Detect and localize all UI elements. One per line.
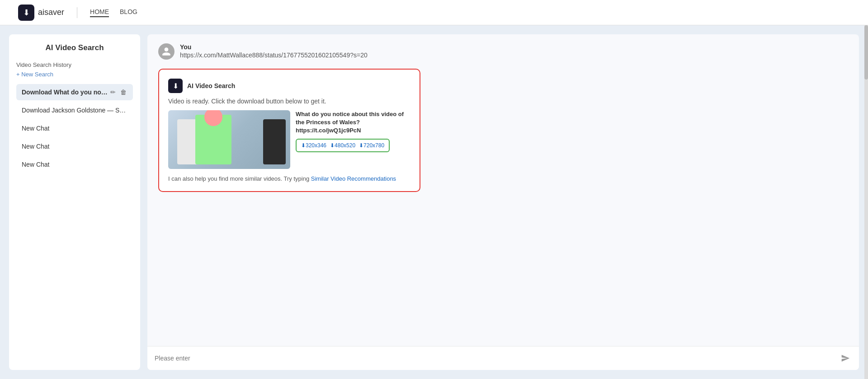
similar-video-link[interactable]: Similar Video Recommendations [311,175,396,182]
video-thumbnail [168,110,290,169]
history-item-1-text: Download What do you notic... [22,89,109,96]
chat-input[interactable] [155,355,835,362]
history-item-2[interactable]: Download Jackson Goldstone — Solo [16,102,133,118]
user-message-url: https://x.com/MattWallace888/status/1767… [180,51,368,59]
logo-link[interactable]: ⬇ aisaver [18,5,64,21]
nav-blog[interactable]: BLOG [120,8,137,17]
ai-logo-icon: ⬇ [168,79,183,93]
history-item-3[interactable]: New Chat [16,120,133,136]
download-480[interactable]: ⬇480x520 [330,142,355,149]
nav-home[interactable]: HOME [90,8,109,17]
user-avatar [158,43,175,60]
chat-messages: You https://x.com/MattWallace888/status/… [147,34,859,346]
user-message-content: You https://x.com/MattWallace888/status/… [180,43,368,59]
chat-input-area [147,346,859,370]
download-320[interactable]: ⬇320x346 [301,142,326,149]
user-message: You https://x.com/MattWallace888/status/… [158,43,848,60]
ai-name: AI Video Search [187,82,235,89]
header: ⬇ aisaver HOME BLOG [0,0,868,25]
edit-icon[interactable]: ✏ [109,89,117,96]
send-button[interactable] [839,352,852,365]
ai-ready-text: Video is ready. Click the download butto… [168,98,410,105]
sidebar-section-label: Video Search History [16,61,133,68]
ai-footer-prefix: I can also help you find more similar vi… [168,175,311,182]
thumbnail-inner [168,110,290,169]
history-item-5-text: New Chat [22,161,127,168]
page-scrollbar[interactable] [864,25,868,379]
header-divider [77,7,77,18]
delete-icon[interactable]: 🗑 [119,89,127,96]
user-name: You [180,43,368,51]
history-item-5[interactable]: New Chat [16,156,133,173]
logo-text: aisaver [38,8,64,17]
history-item-4[interactable]: New Chat [16,138,133,154]
sidebar: AI Video Search Video Search History + N… [9,34,140,370]
ai-response-header: ⬇ AI Video Search [168,79,410,93]
video-info: What do you notice about this video of t… [296,110,410,169]
video-preview-container: What do you notice about this video of t… [168,110,410,169]
chat-area: You https://x.com/MattWallace888/status/… [147,34,859,370]
scrollbar-thumb[interactable] [864,25,868,80]
ai-footer-text: I can also help you find more similar vi… [168,175,410,182]
history-item-4-text: New Chat [22,143,127,150]
history-item-1-icons: ✏ 🗑 [109,89,127,96]
main-layout: AI Video Search Video Search History + N… [0,25,868,379]
header-nav: HOME BLOG [90,8,137,17]
logo-icon: ⬇ [18,5,34,21]
download-options: ⬇320x346 ⬇480x520 ⬇720x780 [296,139,390,152]
sidebar-title: AI Video Search [16,43,133,52]
history-item-3-text: New Chat [22,125,127,132]
new-search-button[interactable]: + New Search [16,71,53,78]
thumbnail-figure-right [263,119,286,164]
history-item-2-text: Download Jackson Goldstone — Solo [22,107,127,114]
ai-response-card: ⬇ AI Video Search Video is ready. Click … [158,69,420,192]
video-title: What do you notice about this video of t… [296,110,410,135]
download-720[interactable]: ⬇720x780 [359,142,384,149]
history-item-1[interactable]: Download What do you notic... ✏ 🗑 [16,84,133,100]
